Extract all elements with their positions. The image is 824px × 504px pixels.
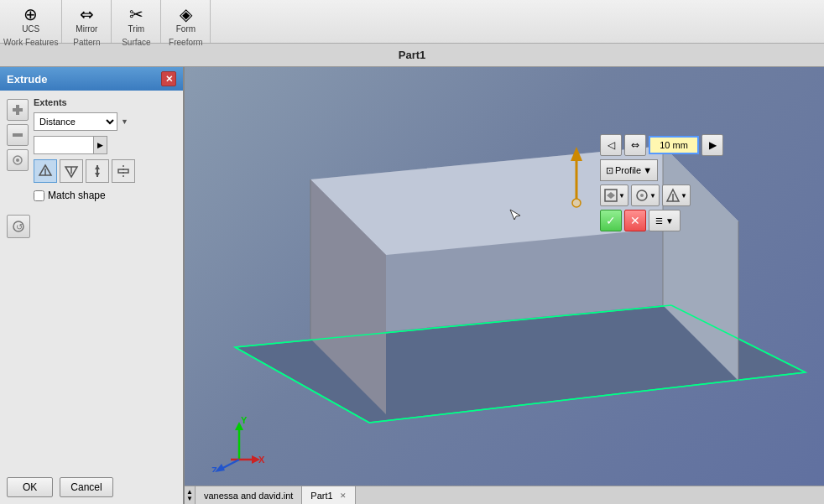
- arrow-indicator: [564, 143, 589, 212]
- mirror-icons: ⇔ Mirror: [65, 2, 107, 36]
- ft-row-1: ◁ ⇔ ▶: [600, 134, 723, 156]
- bottom-tabs-bar: ▲ ▼ vanessa and david.int Part1 ✕: [185, 486, 824, 504]
- value-arrow-btn[interactable]: ▶: [93, 137, 107, 153]
- dialog-close-button[interactable]: ✕: [161, 71, 176, 86]
- value-input[interactable]: 10 mm: [34, 139, 93, 151]
- mirror-label: Mirror: [76, 24, 97, 34]
- dialog-body: Extents DistanceTo NextThrough All ▼ 10 …: [0, 91, 183, 470]
- trim-icons: ✂ Trim: [115, 2, 157, 36]
- ft-separator-btn[interactable]: ⇔: [624, 134, 646, 156]
- svg-point-18: [572, 199, 581, 207]
- cursor-position: [508, 208, 522, 224]
- part-title: Part1: [399, 49, 426, 61]
- side-icon-3[interactable]: [7, 149, 29, 171]
- trim-icon: ✂: [129, 4, 143, 24]
- ucs-label: UCS: [22, 24, 39, 34]
- ribbon-group-pattern: ⇔ Mirror Pattern: [62, 0, 112, 43]
- dropdown-icon-2: ▼: [649, 192, 656, 200]
- tab-vanessa[interactable]: vanessa and david.int: [196, 486, 302, 505]
- side-icon-2[interactable]: [7, 124, 29, 146]
- dialog-form: Extents DistanceTo NextThrough All ▼ 10 …: [34, 97, 176, 201]
- mirror-button[interactable]: ⇔ Mirror: [65, 2, 107, 36]
- ft-right-arrow-btn[interactable]: ▶: [701, 134, 723, 156]
- side-icons-col: [7, 97, 29, 201]
- distance-select[interactable]: DistanceTo NextThrough All: [34, 112, 117, 131]
- form-button[interactable]: ◈ Form: [164, 2, 206, 36]
- match-shape-label: Match shape: [48, 190, 106, 201]
- direction-icon-3[interactable]: [86, 159, 109, 183]
- y-axis-label: Y: [241, 415, 248, 425]
- match-shape-checkbox[interactable]: [34, 190, 44, 201]
- tab-vanessa-label: vanessa and david.int: [204, 491, 293, 501]
- dialog-title: Extrude: [7, 73, 47, 86]
- tab-scroll-up[interactable]: ▲ ▼: [185, 486, 196, 505]
- distance-row: DistanceTo NextThrough All ▼: [34, 112, 176, 131]
- match-shape-row: Match shape: [34, 190, 176, 201]
- ft-cancel-button[interactable]: ✕: [624, 210, 646, 231]
- extra-icon-btn[interactable]: ↺: [7, 215, 30, 238]
- scroll-down-icon: ▼: [186, 496, 193, 502]
- freeform-label: Freeform: [164, 36, 206, 49]
- tab-part1[interactable]: Part1 ✕: [302, 486, 355, 505]
- dropdown-chevron-icon: ▼: [121, 117, 128, 126]
- trim-group: ✂ Trim Surface: [115, 2, 157, 41]
- ft-row-3: ▼ ▼ ▼: [600, 184, 723, 206]
- 3d-shape-svg: [185, 67, 824, 504]
- ft-left-arrow-btn[interactable]: ◁: [600, 134, 622, 156]
- ft-row-4: ✓ ✕ ☰ ▼: [600, 210, 723, 231]
- axis-widget: Y X Z: [210, 413, 269, 475]
- main-area: Extrude ✕: [0, 67, 824, 504]
- dropdown-icon: ▼: [618, 192, 625, 200]
- direction-icons: [34, 159, 176, 183]
- ucs-group: ⊕ UCS Work Features: [3, 2, 58, 41]
- form-icon: ◈: [180, 4, 192, 24]
- svg-rect-2: [13, 133, 23, 137]
- ok-button[interactable]: OK: [7, 477, 53, 497]
- ucs-button[interactable]: ⊕ UCS: [10, 2, 52, 36]
- svg-marker-11: [95, 173, 100, 177]
- z-axis-label: Z: [211, 465, 217, 472]
- value-input-container: 10 mm ▶: [34, 136, 107, 154]
- extents-header: Extents: [34, 97, 176, 107]
- trim-label: Trim: [128, 24, 145, 34]
- svg-marker-17: [571, 147, 582, 161]
- close-icon: ✕: [165, 74, 173, 85]
- dropdown-icon-3: ▼: [681, 192, 687, 200]
- ribbon-group-work-features: ⊕ UCS Work Features: [0, 0, 62, 43]
- mirror-group: ⇔ Mirror Pattern: [65, 2, 107, 41]
- form-icons: ◈ Form: [164, 2, 206, 36]
- menu-icon: ☰ ▼: [655, 216, 674, 226]
- svg-text:↺: ↺: [16, 222, 23, 231]
- surface-label: Surface: [115, 36, 157, 49]
- direction-icon-2[interactable]: [60, 159, 83, 183]
- direction-icon-4[interactable]: [112, 159, 135, 183]
- ft-tool-btn-2[interactable]: ▼: [631, 184, 660, 206]
- mirror-icon: ⇔: [80, 4, 94, 24]
- cancel-button[interactable]: Cancel: [60, 477, 112, 497]
- profile-text: Profile: [615, 165, 641, 175]
- side-icon-1[interactable]: [7, 99, 29, 121]
- extrude-dialog: Extrude ✕: [0, 67, 185, 504]
- ucs-icons: ⊕ UCS: [10, 2, 52, 36]
- tab-part1-close-icon[interactable]: ✕: [340, 491, 347, 500]
- trim-button[interactable]: ✂ Trim: [115, 2, 157, 36]
- ft-row-2: ⊡ Profile ▼: [600, 159, 723, 181]
- x-axis-label: X: [258, 455, 265, 465]
- float-toolbar: ◁ ⇔ ▶ ⊡ Profile ▼: [600, 134, 723, 231]
- ft-tool-btn-3[interactable]: ▼: [662, 184, 691, 206]
- dialog-titlebar: Extrude ✕: [0, 67, 183, 91]
- ucs-icon: ⊕: [23, 4, 38, 24]
- viewport[interactable]: ◁ ⇔ ▶ ⊡ Profile ▼: [185, 67, 824, 504]
- dialog-footer: OK Cancel: [0, 470, 183, 504]
- ft-menu-button[interactable]: ☰ ▼: [649, 210, 681, 231]
- direction-icon-1[interactable]: [34, 159, 57, 183]
- svg-rect-1: [16, 105, 19, 115]
- form-group: ◈ Form Freeform: [164, 2, 206, 41]
- ft-value-input[interactable]: [649, 136, 699, 154]
- ft-tool-btn-1[interactable]: ▼: [600, 184, 628, 206]
- ft-confirm-button[interactable]: ✓: [600, 210, 622, 231]
- svg-marker-20: [607, 192, 615, 199]
- value-row: 10 mm ▶: [34, 136, 176, 154]
- ft-profile-label: ⊡ Profile ▼: [600, 159, 658, 181]
- profile-icon: ⊡: [606, 165, 613, 176]
